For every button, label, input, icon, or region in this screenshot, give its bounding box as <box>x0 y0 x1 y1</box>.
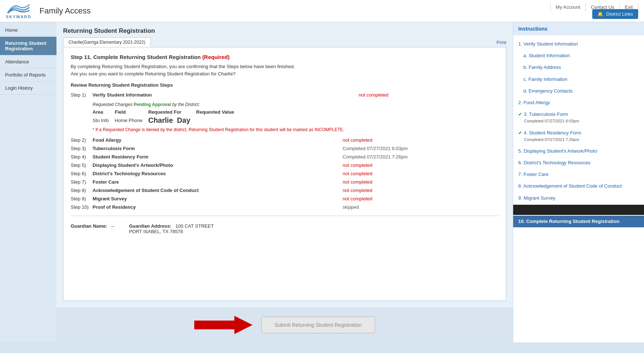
instr-complete-registration[interactable]: 10. Complete Returning Student Registrat… <box>513 216 644 227</box>
table-row: Step 7) Foster Care not completed <box>71 178 499 186</box>
skyward-logo: SKYWARD <box>6 3 31 19</box>
table-row: Step 3) Tuberculosis Form Completed 07/2… <box>71 144 499 153</box>
district-links-label: District Links <box>606 11 633 17</box>
content-area: Returning Student Registration Charlie(G… <box>56 22 513 342</box>
guardian-name-value: -- <box>111 223 114 229</box>
steps-table: Step 1) Verify Student Information not c… <box>71 91 499 99</box>
instr-complete-row: 10. Complete Returning Student Registrat… <box>513 205 644 227</box>
header: SKYWARD Family Access My Account Contact… <box>0 0 644 22</box>
table-row: Step 6) District's Technology Resources … <box>71 169 499 178</box>
right-sidebar: Instructions 1. Verify Student Informati… <box>513 22 644 342</box>
red-arrow-container <box>194 314 253 336</box>
steps-table-2: Step 2) Food Allergy not completed Step … <box>71 136 499 211</box>
instr-food-allergy[interactable]: 2. Food Allergy <box>513 97 644 109</box>
instr-student-info[interactable]: a. Student Information <box>513 50 644 62</box>
print-link[interactable]: Print <box>496 40 506 45</box>
guardian-name-label: Guardian Name: <box>71 223 107 229</box>
instr-foster-care[interactable]: 7. Foster Care <box>513 169 644 180</box>
guardian-row: Guardian Name: -- Guardian Address: 100 … <box>71 220 499 237</box>
instr-migrant-survey[interactable]: 9. Migrant Survey <box>513 192 644 204</box>
table-row: Step 2) Food Allergy not completed <box>71 136 499 144</box>
logo-area: SKYWARD Family Access <box>6 3 91 19</box>
sidebar-item-attendance[interactable]: Attendance <box>0 55 56 68</box>
table-row: Step 10) Proof of Residency skipped <box>71 203 499 211</box>
table-row: Step 1) Verify Student Information not c… <box>71 91 499 99</box>
skyward-label: SKYWARD <box>6 15 31 19</box>
table-header-row: Area Field Requested For Requested Value <box>93 109 240 115</box>
pending-label: Requested Changes Pending Approval by th… <box>93 102 499 107</box>
instr-verify-student[interactable]: 1. Verify Student Information <box>513 38 644 50</box>
student-tab[interactable]: Charlie(Garriga Elementary 2021-2022) <box>63 38 151 47</box>
table-row: Step 8) Acknowledgement of Student Code … <box>71 186 499 195</box>
table-row: Step 4) Student Residency Form Completed… <box>71 153 499 161</box>
svg-marker-0 <box>194 316 253 334</box>
pending-section: Requested Changes Pending Approval by th… <box>93 102 499 133</box>
blacked-out-bar <box>513 205 644 215</box>
instr-code-of-conduct[interactable]: 8. Acknowledgement of Student Code of Co… <box>513 180 644 192</box>
table-row: Step 5) Displaying Student's Artwork/Pho… <box>71 161 499 169</box>
sidebar-item-home[interactable]: Home <box>0 24 56 37</box>
submit-area: Submit Returning Student Registration <box>56 307 513 342</box>
instr-technology-resources[interactable]: 6. District's Technology Resources <box>513 157 644 169</box>
page-title: Returning Student Registration <box>56 22 513 38</box>
instructions-list: 1. Verify Student Information a. Student… <box>513 35 644 230</box>
instr-family-information[interactable]: c. Family Information <box>513 74 644 85</box>
instr-artwork-photo[interactable]: 5. Displaying Student's Artwork/Photo <box>513 145 644 157</box>
table-row: Step 9) Migrant Survey not completed <box>71 195 499 203</box>
step-11-title: Step 11. Complete Returning Student Regi… <box>71 54 499 60</box>
main-card: Step 11. Complete Returning Student Regi… <box>63 47 506 301</box>
main-layout: Home Returning Student Registration Atte… <box>0 22 644 342</box>
guardian-address-label: Guardian Address: <box>129 223 172 229</box>
required-label: (Required) <box>202 54 230 60</box>
instr-student-residency[interactable]: ✔4. Student Residency FormCompleted 07/2… <box>513 127 644 145</box>
sidebar: Home Returning Student Registration Atte… <box>0 22 56 342</box>
tab-bar: Charlie(Garriga Elementary 2021-2022) Pr… <box>56 38 513 47</box>
submit-button[interactable]: Submit Returning Student Registration <box>261 317 375 333</box>
review-title: Review Returning Student Registration St… <box>71 82 499 88</box>
district-links-button[interactable]: 🔔 District Links <box>592 9 638 19</box>
bell-icon: 🔔 <box>597 11 603 17</box>
red-arrow-icon <box>194 314 253 336</box>
divider <box>71 216 499 216</box>
my-account-link[interactable]: My Account <box>550 3 586 11</box>
instr-family-address[interactable]: b. Family Address <box>513 62 644 73</box>
pending-table: Area Field Requested For Requested Value… <box>93 109 240 125</box>
instr-emergency-contacts[interactable]: d. Emergency Contacts <box>513 85 644 97</box>
table-row: Stu Info Home Phone Charlie Day <box>93 115 240 125</box>
step-description: By completing Returning Student Registra… <box>71 63 499 77</box>
pending-status: Pending Approval <box>134 102 171 107</box>
instructions-header: Instructions <box>513 22 644 35</box>
sidebar-item-login-history[interactable]: Login History <box>0 82 56 95</box>
warning-text: * If a Requested Change is denied by the… <box>93 127 499 133</box>
instr-tuberculosis[interactable]: ✔3. Tuberculosis FormCompleted 07/27/202… <box>513 109 644 127</box>
sidebar-item-returning-student-registration[interactable]: Returning Student Registration <box>0 37 56 55</box>
sidebar-item-portfolio-of-reports[interactable]: Portfolio of Reports <box>0 68 56 82</box>
logo-arcs <box>6 3 31 14</box>
app-title: Family Access <box>39 6 91 16</box>
